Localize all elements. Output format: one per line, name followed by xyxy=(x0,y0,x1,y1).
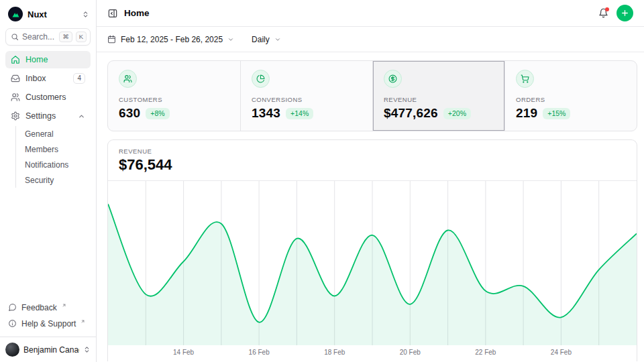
stat-delta-badge: +8% xyxy=(146,108,169,119)
content: CUSTOMERS 630 +8% CONVERSIONS 1343 +14% xyxy=(97,52,644,361)
sidebar-item-home[interactable]: Home xyxy=(5,51,91,68)
stat-value: 630 xyxy=(119,106,140,121)
panel-collapse-icon xyxy=(107,8,118,19)
topbar-actions xyxy=(598,5,633,21)
nuxt-logo-icon xyxy=(8,7,23,21)
stat-value: $477,626 xyxy=(384,106,438,121)
shopping-cart-icon xyxy=(516,70,534,88)
sidebar-footer: Feedback Help & Support xyxy=(0,297,96,337)
stat-card-orders[interactable]: ORDERS 219 +15% xyxy=(504,61,637,131)
settings-sub-list: General Members Notifications Security xyxy=(15,126,91,188)
date-range-picker[interactable]: Feb 12, 2025 - Feb 26, 2025 xyxy=(107,35,234,44)
stat-label: CUSTOMERS xyxy=(119,96,229,103)
x-tick-label: 16 Feb xyxy=(249,349,270,356)
sidebar-item-label: Inbox xyxy=(25,74,46,83)
page-title: Home xyxy=(124,8,150,18)
kbd-command: ⌘ xyxy=(59,32,72,42)
search-input-wrap: ⌘ K xyxy=(5,28,91,46)
inbox-count-badge: 4 xyxy=(73,73,85,84)
chevron-up-down-icon xyxy=(83,346,91,353)
chart-metric-label: REVENUE xyxy=(119,147,626,155)
calendar-icon xyxy=(107,35,116,44)
search-input[interactable] xyxy=(22,32,56,42)
user-menu[interactable]: Benjamin Canac xyxy=(0,337,96,362)
search-icon xyxy=(11,33,19,41)
workspace-name: Nuxt xyxy=(28,9,77,19)
sidebar-item-settings[interactable]: Settings xyxy=(5,107,91,125)
add-button[interactable] xyxy=(616,5,633,21)
granularity-select[interactable]: Daily xyxy=(252,35,281,44)
chevron-up-down-icon xyxy=(82,11,89,18)
sidebar-item-customers[interactable]: Customers xyxy=(5,88,91,106)
x-tick-label: 24 Feb xyxy=(551,349,572,356)
sidebar-nav: Home Inbox 4 Customers Settings xyxy=(0,50,96,189)
workspace-switcher[interactable]: Nuxt xyxy=(0,0,96,25)
notifications-button[interactable] xyxy=(598,8,608,18)
circle-dollar-icon xyxy=(384,70,402,88)
gear-icon xyxy=(11,111,20,121)
date-range-label: Feb 12, 2025 - Feb 26, 2025 xyxy=(121,35,223,44)
info-circle-icon xyxy=(8,319,17,328)
chart-x-axis: 14 Feb16 Feb18 Feb20 Feb22 Feb24 Feb xyxy=(108,345,637,361)
x-tick-label: 22 Feb xyxy=(475,349,496,356)
stat-card-customers[interactable]: CUSTOMERS 630 +8% xyxy=(108,61,240,131)
stat-label: ORDERS xyxy=(516,96,626,103)
stat-card-revenue[interactable]: REVENUE $477,626 +20% xyxy=(372,61,504,131)
users-icon xyxy=(119,70,137,88)
sidebar-item-members[interactable]: Members xyxy=(16,141,91,157)
revenue-chart-card: REVENUE $76,544 14 Feb16 Feb18 Feb20 Feb… xyxy=(107,139,637,361)
user-name: Benjamin Canac xyxy=(23,345,79,355)
stats-row: CUSTOMERS 630 +8% CONVERSIONS 1343 +14% xyxy=(107,60,637,131)
sidebar: Nuxt ⌘ K Home Inbox 4 xyxy=(0,0,97,362)
chevron-up-icon xyxy=(78,113,85,120)
filter-bar: Feb 12, 2025 - Feb 26, 2025 Daily xyxy=(97,27,644,52)
sidebar-item-label: Home xyxy=(25,55,48,64)
sidebar-item-security[interactable]: Security xyxy=(16,172,91,188)
sidebar-item-notifications[interactable]: Notifications xyxy=(16,157,91,172)
chart-metric-value: $76,544 xyxy=(119,156,626,174)
sidebar-spacer xyxy=(0,189,96,297)
chevron-down-icon xyxy=(274,36,281,43)
user-avatar xyxy=(5,343,19,357)
x-tick-label: 14 Feb xyxy=(173,349,194,356)
stat-label: CONVERSIONS xyxy=(252,96,362,103)
sidebar-item-label: Settings xyxy=(25,111,56,121)
help-support-link[interactable]: Help & Support xyxy=(5,316,91,331)
x-tick-label: 18 Feb xyxy=(324,349,345,356)
plus-icon xyxy=(621,9,629,17)
x-tick-label: 20 Feb xyxy=(400,349,421,356)
stat-label: REVENUE xyxy=(384,96,494,103)
chart-canvas xyxy=(108,181,637,345)
chevron-down-icon xyxy=(227,36,234,43)
main-panel: Home Feb 12, 2025 - Feb 26, 2025 xyxy=(97,0,644,362)
chart-header: REVENUE $76,544 xyxy=(108,140,637,181)
chart-pie-icon xyxy=(252,70,270,88)
external-link-icon xyxy=(62,303,66,308)
sidebar-item-label: Customers xyxy=(25,93,66,102)
stat-value: 219 xyxy=(516,106,537,121)
home-icon xyxy=(11,55,20,64)
feedback-link[interactable]: Feedback xyxy=(5,300,91,315)
stat-delta-badge: +15% xyxy=(543,108,570,119)
notification-dot xyxy=(605,7,609,11)
inbox-icon xyxy=(11,74,20,83)
help-support-label: Help & Support xyxy=(21,319,76,328)
stat-value: 1343 xyxy=(252,106,280,121)
revenue-area-chart[interactable] xyxy=(108,181,637,345)
sidebar-item-inbox[interactable]: Inbox 4 xyxy=(5,70,91,87)
collapse-sidebar-button[interactable] xyxy=(107,8,118,19)
app-window: Nuxt ⌘ K Home Inbox 4 xyxy=(0,0,644,362)
stat-card-conversions[interactable]: CONVERSIONS 1343 +14% xyxy=(240,61,372,131)
granularity-label: Daily xyxy=(252,35,270,44)
stat-delta-badge: +14% xyxy=(286,108,313,119)
feedback-label: Feedback xyxy=(21,303,57,312)
message-circle-icon xyxy=(8,303,17,312)
topbar: Home xyxy=(97,0,644,27)
kbd-k: K xyxy=(76,32,87,42)
stat-delta-badge: +20% xyxy=(443,108,471,119)
external-link-icon xyxy=(80,319,85,324)
users-icon xyxy=(11,93,20,102)
sidebar-item-general[interactable]: General xyxy=(16,126,91,141)
